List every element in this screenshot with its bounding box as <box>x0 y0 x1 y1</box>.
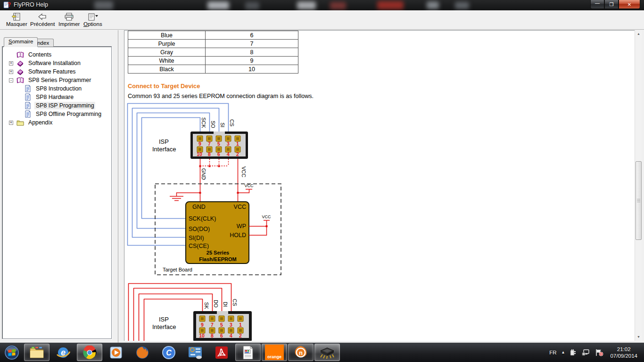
svg-text:WP: WP <box>237 223 246 230</box>
taskbar-media-player[interactable] <box>103 344 129 361</box>
tree-item-sp8-offline-programming[interactable]: SP8 Offline Programming <box>2 110 111 118</box>
power-plug-icon[interactable] <box>570 349 577 356</box>
titlebar-glass-blob <box>94 1 113 9</box>
svg-text:VCC: VCC <box>234 204 246 210</box>
svg-text:3: 3 <box>227 141 230 147</box>
tree-item-software-installation[interactable]: + Software Installation <box>2 59 111 67</box>
titlebar-glass-blob <box>377 1 404 9</box>
expand-icon[interactable]: + <box>9 121 13 125</box>
svg-text:VCC: VCC <box>241 166 247 177</box>
tray-expand-icon[interactable]: ▲ <box>561 350 565 354</box>
collapse-icon[interactable]: - <box>9 78 13 82</box>
svg-text:HOLD: HOLD <box>230 232 246 239</box>
power-labels: GND VCC <box>201 166 247 180</box>
page-icon <box>24 85 32 92</box>
taskbar-chrome[interactable] <box>77 344 102 361</box>
taskbar-orange-app[interactable]: orange <box>262 344 287 361</box>
svg-text:10: 10 <box>199 333 205 338</box>
svg-text:6: 6 <box>220 333 223 338</box>
svg-text:Interface: Interface <box>152 146 176 153</box>
pane-splitter[interactable] <box>118 30 118 343</box>
tree-item-software-features[interactable]: + Software Features <box>2 67 111 76</box>
close-icon: ✕ <box>627 2 631 7</box>
svg-text:C: C <box>166 349 172 357</box>
tree-item-sp8-isp-programming[interactable]: SP8 ISP Programming <box>2 101 111 110</box>
eeprom-chip: GND VCC SCK(CLK) SO(DO) SI(DI) CS(CE) WP… <box>186 202 249 263</box>
titlebar-glass-blob <box>245 2 259 9</box>
scroll-up-button[interactable]: ▲ <box>635 30 642 38</box>
taskbar: e <box>0 343 644 362</box>
tab-sommaire[interactable]: Sommaire <box>4 37 38 47</box>
nero-icon: n <box>293 345 308 360</box>
screen: ? FlyPRO Help — ❐ ✕ Masquer <box>0 0 644 362</box>
restore-button[interactable]: ❐ <box>604 0 619 9</box>
expand-icon[interactable]: + <box>9 61 13 66</box>
connection-diagram: ISP Interface SCK SO SI CS 9 <box>124 31 635 341</box>
svg-text:SCK: SCK <box>201 117 206 128</box>
hide-panel-icon <box>11 13 22 21</box>
taskbar-explorer[interactable] <box>24 344 50 361</box>
page-icon <box>24 110 32 118</box>
scrollbar-thumb[interactable] <box>636 161 642 240</box>
tree-item-sp8-series-programmer[interactable]: - SP8 Series Programmer <box>2 76 111 84</box>
open-book-icon <box>17 51 24 58</box>
signal-labels-2: SK DO DI CS <box>204 299 238 309</box>
svg-text:4: 4 <box>227 151 230 157</box>
help-app-icon: ? <box>3 1 11 8</box>
open-book-icon <box>17 76 24 84</box>
language-indicator[interactable]: FR <box>549 350 556 355</box>
print-button-label: Imprimer <box>58 21 80 27</box>
display-settings-icon <box>188 346 203 359</box>
scroll-down-button[interactable]: ▼ <box>635 333 642 341</box>
options-button[interactable]: Options <box>80 11 106 29</box>
taskbar-nero[interactable]: n <box>288 344 314 361</box>
system-tray: FR ▲ 21:02 07/09/2014 <box>549 343 642 362</box>
svg-text:n: n <box>299 349 303 356</box>
closed-book-icon <box>17 59 24 67</box>
topic-content: Blue6 Purple7 Gray8 White9 Black10 Conne… <box>124 30 635 341</box>
expand-icon[interactable]: + <box>9 70 13 74</box>
taskbar-firefox[interactable] <box>130 344 155 361</box>
svg-text:7: 7 <box>208 141 211 147</box>
svg-text:GND: GND <box>192 204 206 210</box>
taskbar-display-settings[interactable] <box>182 344 208 361</box>
taskbar-adobe-reader[interactable] <box>209 344 234 361</box>
tree-item-appendix[interactable]: + Appendix <box>2 118 111 127</box>
navigation-pane: Sommaire Index Contents + <box>0 30 124 343</box>
print-button[interactable]: Imprimer <box>55 11 83 29</box>
hide-button[interactable]: Masquer <box>3 11 31 29</box>
taskbar-updater[interactable]: C <box>156 344 182 361</box>
adobe-reader-icon <box>215 346 228 359</box>
tray-time: 21:02 <box>610 346 637 353</box>
svg-text:9: 9 <box>198 141 201 147</box>
vertical-scrollbar[interactable]: ▲ ▼ <box>635 30 642 341</box>
minimize-button[interactable]: — <box>590 0 604 9</box>
options-button-label: Options <box>83 21 102 27</box>
tree-item-sp8-instroduction[interactable]: SP8 Instroduction <box>2 84 111 93</box>
taskbar-flypro-programmer[interactable] <box>314 344 340 361</box>
tree-item-contents[interactable]: Contents <box>2 50 111 59</box>
selected-tree-item-label: SP8 ISP Programming <box>34 102 95 109</box>
action-center-flag-icon[interactable] <box>595 349 603 356</box>
svg-text:Flash/EEPROM: Flash/EEPROM <box>199 256 236 262</box>
svg-text:SI(DI): SI(DI) <box>189 235 204 241</box>
svg-text:SO: SO <box>210 121 216 128</box>
back-button[interactable]: Précédent <box>27 11 58 29</box>
orange-logo-icon: orange <box>265 345 284 360</box>
network-icon[interactable] <box>582 349 590 356</box>
clock[interactable]: 21:02 07/09/2014 <box>610 346 642 359</box>
taskbar-help-viewer[interactable] <box>235 344 261 361</box>
tree-item-sp8-hardware[interactable]: SP8 Hardware <box>2 93 111 101</box>
svg-text:7: 7 <box>211 322 214 328</box>
taskbar-internet-explorer[interactable]: e <box>50 344 76 361</box>
titlebar-glass-blob <box>455 2 469 9</box>
wp-vcc-label: VCC <box>262 214 271 219</box>
target-board-label: Target Board <box>163 267 192 272</box>
svg-text:2: 2 <box>236 151 239 157</box>
close-button[interactable]: ✕ <box>619 0 640 9</box>
thumb-grip <box>637 199 640 202</box>
window-title: FlyPRO Help <box>14 1 48 8</box>
start-button[interactable] <box>0 344 23 361</box>
svg-text:CS(CE): CS(CE) <box>189 243 209 249</box>
svg-text:SI: SI <box>220 123 225 127</box>
